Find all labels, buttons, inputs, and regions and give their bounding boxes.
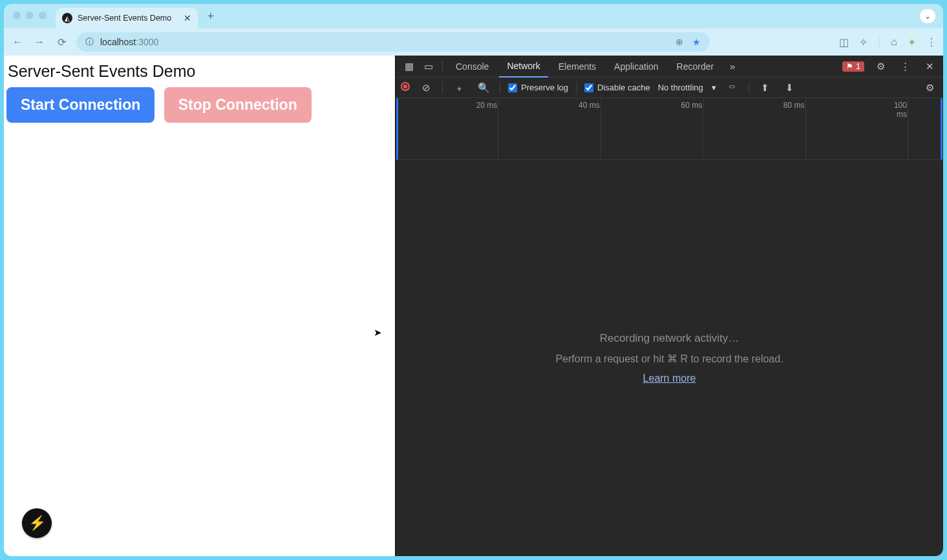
empty-line1: Recording network activity…: [600, 332, 739, 345]
zoom-icon[interactable]: ⊕: [676, 37, 683, 47]
tick-label: 60 ms: [677, 101, 702, 110]
close-window-icon[interactable]: [13, 12, 21, 19]
timeline-marker-end: [941, 98, 942, 160]
disable-cache-checkbox[interactable]: Disable cache: [584, 83, 650, 92]
tab-console[interactable]: Console: [448, 56, 496, 77]
record-button[interactable]: [401, 82, 410, 93]
filter-icon[interactable]: ⍖: [451, 82, 467, 93]
site-info-icon[interactable]: ⓘ: [85, 36, 94, 48]
bookmark-icon[interactable]: ★: [692, 37, 701, 47]
devtools-panel: ▦ ▭ Console Network Elements Application…: [395, 56, 943, 556]
back-button[interactable]: ←: [10, 36, 25, 48]
tick-label: 100 ms: [882, 101, 907, 119]
menu-icon[interactable]: ⋮: [926, 36, 937, 48]
tab-strip: ◭ Server-Sent Events Demo ✕ + ⌄: [4, 4, 943, 28]
browser-toolbar: ← → ⟳ ⓘ localhost:3000 ⊕ ★ ◫ ✧ | ⌂ ✦ ⋮: [4, 28, 943, 56]
share-icon[interactable]: ◫: [839, 36, 849, 48]
tick-label: 40 ms: [575, 101, 600, 110]
forward-button[interactable]: →: [32, 36, 47, 48]
timeline-marker-start: [396, 98, 398, 160]
kebab-icon[interactable]: ⋮: [897, 61, 913, 72]
favicon-icon: ◭: [62, 13, 72, 23]
page-content: Server-Sent Events Demo Start Connection…: [4, 56, 395, 556]
tick-label: 20 ms: [473, 101, 497, 110]
learn-more-link[interactable]: Learn more: [643, 373, 696, 384]
extensions-icon[interactable]: ✧: [859, 36, 867, 48]
page-title: Server-Sent Events Demo: [8, 62, 391, 81]
tick-label: 80 ms: [780, 101, 805, 110]
close-tab-icon[interactable]: ✕: [184, 13, 191, 23]
maximize-window-icon[interactable]: [39, 12, 47, 19]
network-toolbar: ⊘ ⍖ 🔍 Preserve log Disable cache No thro…: [396, 78, 943, 98]
wifi-icon[interactable]: ⌔: [724, 82, 741, 93]
expand-tabs-button[interactable]: ⌄: [920, 9, 935, 23]
puzzle-icon[interactable]: ✦: [908, 36, 916, 48]
clear-icon[interactable]: ⊘: [418, 82, 434, 94]
tab-network[interactable]: Network: [499, 56, 548, 78]
network-settings-icon[interactable]: ⚙: [921, 82, 938, 94]
tab-elements[interactable]: Elements: [551, 56, 604, 77]
inspect-icon[interactable]: ▦: [401, 61, 418, 72]
download-icon[interactable]: ⬇: [782, 82, 798, 94]
minimize-window-icon[interactable]: [26, 12, 34, 19]
preserve-log-checkbox[interactable]: Preserve log: [508, 83, 568, 92]
more-tabs-icon[interactable]: »: [724, 61, 741, 72]
tab-application[interactable]: Application: [606, 56, 666, 77]
url-host: localhost:3000: [100, 37, 158, 47]
new-tab-button[interactable]: +: [202, 10, 220, 23]
settings-icon[interactable]: ⚙: [872, 61, 889, 72]
content-row: Server-Sent Events Demo Start Connection…: [4, 56, 943, 556]
window-controls: [13, 12, 47, 19]
throttling-select[interactable]: No throttling ▾: [658, 83, 716, 92]
address-bar[interactable]: ⓘ localhost:3000 ⊕ ★: [76, 32, 710, 52]
browser-tab[interactable]: ◭ Server-Sent Events Demo ✕: [56, 8, 198, 28]
timeline-ruler[interactable]: 20 ms 40 ms 60 ms 80 ms 100 ms: [396, 98, 943, 160]
browser-window: ◭ Server-Sent Events Demo ✕ + ⌄ ← → ⟳ ⓘ …: [4, 4, 943, 556]
upload-icon[interactable]: ⬆: [757, 82, 774, 94]
stop-connection-button[interactable]: Stop Connection: [164, 87, 312, 123]
lightning-icon[interactable]: ⚡: [22, 508, 52, 538]
empty-line2: Perform a request or hit ⌘ R to record t…: [555, 353, 783, 365]
tab-recorder[interactable]: Recorder: [669, 56, 722, 77]
start-connection-button[interactable]: Start Connection: [6, 87, 154, 123]
network-empty-state: Recording network activity… Perform a re…: [396, 160, 943, 556]
devtools-tabrow: ▦ ▭ Console Network Elements Application…: [396, 56, 943, 78]
leaf-icon[interactable]: ⌂: [891, 36, 897, 48]
device-toggle-icon[interactable]: ▭: [420, 61, 437, 72]
reload-button[interactable]: ⟳: [54, 36, 69, 48]
close-devtools-icon[interactable]: ✕: [921, 61, 938, 72]
issues-badge[interactable]: ⚑ 1: [842, 61, 864, 72]
search-icon[interactable]: 🔍: [475, 82, 492, 94]
cursor-icon: ➤: [374, 327, 382, 338]
tab-title: Server-Sent Events Demo: [78, 14, 171, 23]
